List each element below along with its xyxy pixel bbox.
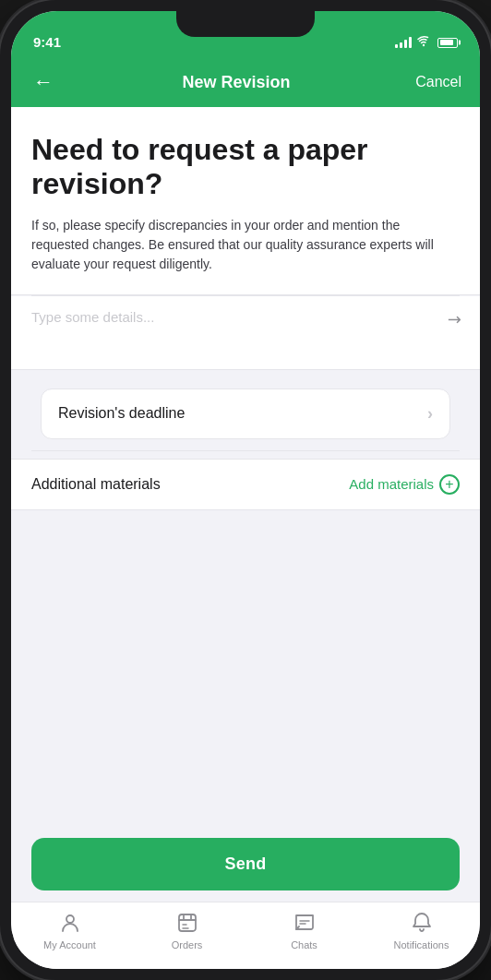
chevron-right-icon: › xyxy=(427,404,433,424)
wifi-icon xyxy=(417,35,432,50)
send-btn-area: Send xyxy=(11,823,480,902)
notifications-label: Notifications xyxy=(394,939,449,950)
notch xyxy=(176,11,315,37)
phone-frame: 9:41 xyxy=(0,0,491,980)
nav-bar: ← New Revision Cancel xyxy=(11,57,480,107)
my-account-label: My Account xyxy=(43,939,96,950)
chats-label: Chats xyxy=(291,939,317,950)
divider-2 xyxy=(31,450,460,451)
status-icons xyxy=(395,35,458,50)
battery-icon xyxy=(437,38,458,48)
orders-label: Orders xyxy=(172,939,203,950)
tab-notifications[interactable]: Notifications xyxy=(363,910,480,950)
main-content: Need to request a paper revision? If so,… xyxy=(11,107,480,902)
tab-my-account[interactable]: My Account xyxy=(11,910,128,950)
deadline-container: Revision's deadline › xyxy=(11,377,480,450)
notifications-icon xyxy=(409,910,435,936)
main-heading: Need to request a paper revision? xyxy=(31,133,460,201)
heading-card: Need to request a paper revision? If so,… xyxy=(11,107,480,295)
deadline-label: Revision's deadline xyxy=(58,405,185,422)
expand-icon: ↗ xyxy=(442,307,466,331)
back-button[interactable]: ← xyxy=(30,66,57,98)
deadline-row[interactable]: Revision's deadline › xyxy=(41,388,450,439)
chats-icon xyxy=(292,910,317,936)
svg-point-1 xyxy=(66,915,74,923)
add-materials-label: Add materials xyxy=(349,476,434,492)
orders-icon xyxy=(174,910,200,936)
tab-bar: My Account Orders xyxy=(11,902,480,969)
my-account-icon xyxy=(57,910,83,936)
add-circle-icon: + xyxy=(439,474,460,495)
phone-screen: 9:41 xyxy=(11,11,480,969)
nav-title: New Revision xyxy=(183,73,291,92)
status-time: 9:41 xyxy=(33,34,61,50)
details-placeholder: Type some details... xyxy=(31,309,154,325)
materials-label: Additional materials xyxy=(31,476,161,493)
materials-row: Additional materials Add materials + xyxy=(11,459,480,510)
add-materials-button[interactable]: Add materials + xyxy=(349,474,460,495)
signal-bars-icon xyxy=(395,37,412,48)
cancel-button[interactable]: Cancel xyxy=(415,74,461,90)
spacer xyxy=(11,510,480,823)
svg-point-0 xyxy=(423,44,425,46)
send-button[interactable]: Send xyxy=(31,838,460,890)
details-area[interactable]: Type some details... ↗ xyxy=(11,296,480,370)
section-divider-1 xyxy=(11,370,480,377)
tab-chats[interactable]: Chats xyxy=(246,910,363,950)
sub-text: If so, please specify discrepancies in y… xyxy=(31,216,460,274)
tab-orders[interactable]: Orders xyxy=(128,910,246,950)
